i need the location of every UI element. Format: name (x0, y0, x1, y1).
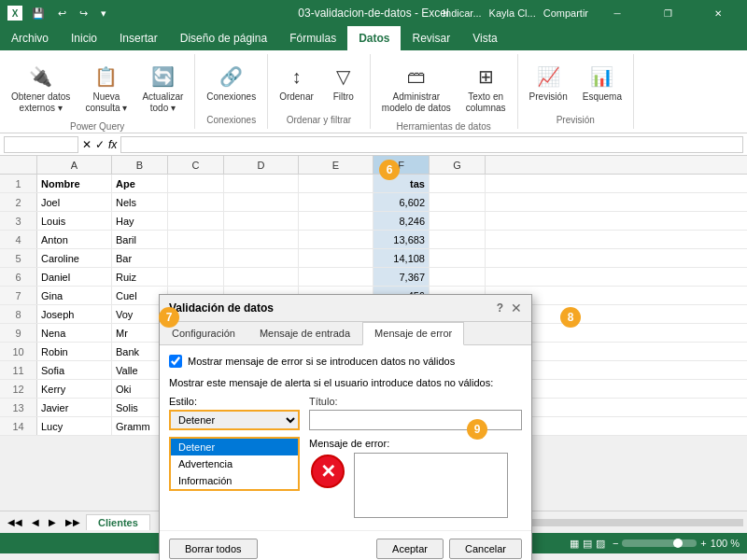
share-button[interactable]: Compartir (543, 7, 588, 19)
cell-b6[interactable]: Ruiz (112, 268, 168, 286)
estilo-select[interactable]: Detener Advertencia Información (169, 410, 300, 430)
name-box[interactable] (4, 136, 78, 153)
cell-d1[interactable] (224, 175, 299, 192)
cell-b5[interactable]: Bar (112, 249, 168, 267)
cell-e1[interactable] (299, 175, 374, 192)
cell-f5[interactable]: 14,108 (374, 249, 430, 267)
cell-a3[interactable]: Louis (37, 212, 112, 230)
tab-datos[interactable]: Datos (347, 26, 401, 50)
cell-a11[interactable]: Sofia (37, 361, 112, 379)
cell-c4[interactable] (168, 231, 224, 248)
cell-c6[interactable] (168, 268, 224, 286)
cell-c2[interactable] (168, 193, 224, 211)
normal-view-button[interactable]: ▦ (570, 538, 579, 550)
undo-button[interactable]: ↩ (54, 6, 70, 21)
aceptar-button[interactable]: Aceptar (376, 539, 444, 559)
tab-nav-prev[interactable]: ◀ (28, 515, 43, 529)
minimize-button[interactable]: ─ (596, 0, 639, 26)
dropdown-item-informacion[interactable]: Información (171, 472, 298, 489)
zoom-slider[interactable] (622, 539, 697, 547)
esquema-button[interactable]: 📊 Esquema (577, 58, 627, 106)
dropdown-item-advertencia[interactable]: Advertencia (171, 455, 298, 472)
dropdown-item-detener[interactable]: Detener (171, 439, 298, 455)
formula-confirm[interactable]: ✓ (95, 138, 105, 151)
refresh-all-button[interactable]: 🔄 Actualizartodo ▾ (136, 58, 189, 118)
save-button[interactable]: 💾 (28, 6, 49, 21)
restore-button[interactable]: ❐ (646, 0, 689, 26)
cell-g4[interactable] (430, 231, 486, 248)
cell-a7[interactable]: Gina (37, 287, 112, 304)
cell-c5[interactable] (168, 249, 224, 267)
tab-nav-left[interactable]: ◀◀ (4, 515, 26, 529)
formula-cancel[interactable]: ✕ (82, 138, 92, 151)
close-button[interactable]: ✕ (697, 0, 740, 26)
sort-button[interactable]: ↕ Ordenar (274, 58, 319, 106)
data-model-button[interactable]: 🗃 Administrarmodelo de datos (376, 58, 457, 118)
get-external-data-button[interactable]: 🔌 Obtener datosexternos ▾ (6, 58, 76, 118)
cell-f6[interactable]: 7,367 (374, 268, 430, 286)
cell-c3[interactable] (168, 212, 224, 230)
cell-g2[interactable] (430, 193, 486, 211)
new-query-button[interactable]: 📋 Nuevaconsulta ▾ (79, 58, 133, 118)
cell-a1[interactable]: Nombre (37, 175, 112, 192)
filter-button[interactable]: ▽ Filtro (323, 58, 364, 106)
page-break-button[interactable]: ▨ (596, 538, 605, 550)
text-columns-button[interactable]: ⊞ Texto encolumnas (460, 58, 512, 118)
cell-g6[interactable] (430, 268, 486, 286)
dialog-close-button[interactable]: ✕ (511, 301, 522, 315)
cell-d2[interactable] (224, 193, 299, 211)
cell-b2[interactable]: Nels (112, 193, 168, 211)
zoom-out-button[interactable]: − (613, 538, 618, 549)
cell-a13[interactable]: Javier (37, 399, 112, 416)
tab-archivo[interactable]: Archivo (0, 26, 60, 50)
cell-e4[interactable] (299, 231, 374, 248)
cell-a10[interactable]: Robin (37, 343, 112, 360)
tab-formulas[interactable]: Fórmulas (278, 26, 347, 50)
cell-d6[interactable] (224, 268, 299, 286)
qat-more-button[interactable]: ▾ (97, 6, 110, 21)
tab-revisar[interactable]: Revisar (401, 26, 461, 50)
cell-a6[interactable]: Daniel (37, 268, 112, 286)
cell-d4[interactable] (224, 231, 299, 248)
mensaje-textarea[interactable] (354, 453, 508, 518)
cell-a14[interactable]: Lucy (37, 417, 112, 435)
prevision-button[interactable]: 📈 Previsión (524, 58, 573, 106)
cell-f3[interactable]: 8,246 (374, 212, 430, 230)
show-error-checkbox[interactable] (169, 355, 182, 368)
cell-b1[interactable]: Ape (112, 175, 168, 192)
cell-a12[interactable]: Kerry (37, 380, 112, 398)
cell-e6[interactable] (299, 268, 374, 286)
zoom-in-button[interactable]: + (700, 538, 706, 549)
cancelar-button[interactable]: Cancelar (449, 539, 522, 559)
tab-vista[interactable]: Vista (461, 26, 508, 50)
formula-fx[interactable]: fx (108, 138, 117, 151)
cell-d3[interactable] (224, 212, 299, 230)
sheet-tab-clientes[interactable]: Clientes (86, 514, 150, 530)
cell-g5[interactable] (430, 249, 486, 267)
cell-b3[interactable]: Hay (112, 212, 168, 230)
cell-f4[interactable]: 13,683 (374, 231, 430, 248)
cell-a4[interactable]: Anton (37, 231, 112, 248)
tab-mensaje-error[interactable]: Mensaje de error (362, 322, 464, 345)
tab-nav-next[interactable]: ▶ (45, 515, 60, 529)
borrar-todos-button[interactable]: Borrar todos (169, 539, 258, 559)
cell-a8[interactable]: Joseph (37, 305, 112, 323)
cell-a9[interactable]: Nena (37, 324, 112, 342)
tab-diseno[interactable]: Diseño de página (169, 26, 278, 50)
cell-a2[interactable]: Joel (37, 193, 112, 211)
cell-d5[interactable] (224, 249, 299, 267)
tab-inicio[interactable]: Inicio (60, 26, 108, 50)
cell-c1[interactable] (168, 175, 224, 192)
formula-input[interactable] (120, 136, 743, 153)
cell-g1[interactable] (430, 175, 486, 192)
dialog-help-button[interactable]: ? (497, 301, 503, 315)
titulo-input[interactable] (309, 410, 522, 430)
cell-g3[interactable] (430, 212, 486, 230)
tab-mensaje-entrada[interactable]: Mensaje de entrada (247, 322, 362, 344)
cell-e5[interactable] (299, 249, 374, 267)
cell-e2[interactable] (299, 193, 374, 211)
redo-button[interactable]: ↪ (76, 6, 92, 21)
cell-f2[interactable]: 6,602 (374, 193, 430, 211)
connections-button[interactable]: 🔗 Conexiones (201, 58, 261, 106)
cell-a5[interactable]: Caroline (37, 249, 112, 267)
